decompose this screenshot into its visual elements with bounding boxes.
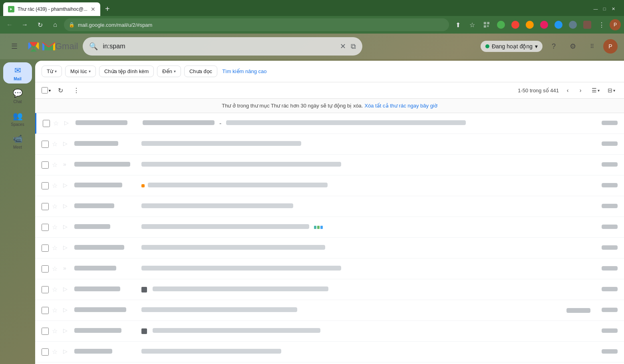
- ext6-icon[interactable]: [566, 18, 579, 31]
- important-icon[interactable]: »: [63, 265, 71, 273]
- important-icon[interactable]: ▷: [63, 286, 71, 294]
- email-row[interactable]: ☆ ▷: [35, 196, 624, 217]
- apps-btn[interactable]: ⠿: [584, 38, 600, 54]
- row-checkbox[interactable]: [42, 141, 49, 148]
- star-icon[interactable]: ☆: [52, 265, 60, 273]
- filter-tu[interactable]: Từ ▾: [42, 66, 62, 77]
- reload-btn[interactable]: ↻: [34, 18, 46, 31]
- sidebar-item-spaces[interactable]: 👥 Spaces: [3, 108, 32, 129]
- browser-tab-active[interactable]: Thư rác (439) - phamthaihoc@... ✕: [3, 2, 100, 16]
- star-icon[interactable]: ☆: [52, 203, 60, 211]
- delete-spam-link[interactable]: Xóa tất cả thư rác ngay bây giờ: [364, 103, 437, 109]
- email-row[interactable]: ☆ ▷: [35, 238, 624, 259]
- row-checkbox[interactable]: [42, 286, 49, 293]
- new-tab-btn[interactable]: +: [102, 3, 113, 14]
- forward-btn[interactable]: →: [18, 18, 31, 31]
- star-icon[interactable]: ☆: [52, 244, 60, 252]
- sidebar-item-chat[interactable]: 💬 Chat: [3, 85, 32, 106]
- important-icon[interactable]: ▷: [63, 182, 71, 190]
- advanced-search-link[interactable]: Tìm kiếm nâng cao: [222, 68, 266, 74]
- star-icon[interactable]: ☆: [52, 348, 60, 356]
- minimize-btn[interactable]: —: [593, 6, 598, 12]
- ext2-icon[interactable]: [509, 18, 522, 31]
- star-icon[interactable]: ☆: [52, 140, 60, 148]
- row-checkbox[interactable]: [42, 203, 49, 210]
- sidebar-item-mail[interactable]: ✉ Mail: [3, 62, 32, 84]
- row-checkbox[interactable]: [42, 224, 49, 231]
- important-icon[interactable]: ▷: [63, 244, 71, 252]
- sidebar-item-meet[interactable]: 📹 Meet: [3, 131, 32, 152]
- row-checkbox[interactable]: [42, 307, 49, 314]
- important-icon[interactable]: »: [63, 161, 71, 169]
- bookmark-icon[interactable]: ☆: [466, 18, 479, 31]
- important-icon[interactable]: ▷: [63, 306, 71, 314]
- email-row[interactable]: ☆ ▷: [35, 175, 624, 196]
- star-icon[interactable]: ☆: [52, 182, 60, 190]
- list-view-btn[interactable]: ☰ ▾: [589, 86, 602, 95]
- row-checkbox[interactable]: [42, 265, 49, 273]
- important-icon[interactable]: ▷: [64, 119, 72, 127]
- email-row[interactable]: ☆ ▷: [35, 321, 624, 342]
- filter-chua-tep[interactable]: Chứa tệp đính kèm: [99, 66, 154, 77]
- star-icon[interactable]: ☆: [52, 327, 60, 335]
- row-checkbox[interactable]: [42, 182, 49, 189]
- ext5-icon[interactable]: [552, 18, 565, 31]
- star-icon[interactable]: ☆: [52, 223, 60, 231]
- email-row[interactable]: ☆ ▷: [35, 279, 624, 300]
- profile-avatar[interactable]: P: [603, 39, 618, 54]
- next-page-btn[interactable]: ›: [575, 85, 586, 96]
- star-icon[interactable]: ☆: [53, 119, 61, 127]
- filter-moi-luc[interactable]: Mọi lúc ▾: [65, 66, 96, 77]
- row-checkbox[interactable]: [42, 348, 49, 356]
- email-row[interactable]: ☆ »: [35, 155, 624, 175]
- select-dropdown-arrow[interactable]: ▾: [49, 88, 51, 93]
- filter-chua-doc[interactable]: Chưa đọc: [184, 66, 217, 77]
- maximize-btn[interactable]: □: [602, 6, 607, 12]
- more-options-btn[interactable]: ⋮: [70, 84, 83, 97]
- filter-den[interactable]: Đến ▾: [157, 66, 181, 77]
- tab-close-btn[interactable]: ✕: [91, 6, 95, 12]
- row-checkbox[interactable]: [42, 328, 49, 335]
- row-checkbox[interactable]: [42, 245, 49, 252]
- settings-btn[interactable]: ⚙: [565, 38, 581, 54]
- home-btn[interactable]: ⌂: [49, 18, 62, 31]
- star-icon[interactable]: ☆: [52, 161, 60, 169]
- email-row[interactable]: ☆ ▷: [35, 217, 624, 238]
- share-icon[interactable]: ⬆: [451, 18, 464, 31]
- qr-icon[interactable]: [480, 18, 493, 31]
- close-btn[interactable]: ✕: [610, 6, 616, 12]
- status-badge[interactable]: Đang hoạt động ▾: [481, 41, 543, 52]
- search-bar[interactable]: 🔍 in:spam ✕ ⧉: [83, 37, 362, 56]
- browser-profile-avatar[interactable]: P: [610, 19, 621, 30]
- important-icon[interactable]: ▷: [63, 348, 71, 356]
- back-btn[interactable]: ←: [3, 18, 16, 31]
- ext4-icon[interactable]: [538, 18, 550, 31]
- checkbox-input[interactable]: [42, 87, 48, 93]
- row-checkbox[interactable]: [43, 120, 50, 127]
- refresh-btn[interactable]: ↻: [54, 84, 67, 97]
- ext1-icon[interactable]: [495, 18, 507, 31]
- important-icon[interactable]: ▷: [63, 140, 71, 148]
- ext7-icon[interactable]: [581, 18, 594, 31]
- email-row[interactable]: ☆ »: [35, 259, 624, 279]
- email-row[interactable]: ☆ ▷: [35, 300, 624, 321]
- email-row[interactable]: ☆ ▷: [35, 134, 624, 155]
- important-icon[interactable]: ▷: [63, 327, 71, 335]
- hamburger-menu-btn[interactable]: ☰: [6, 38, 22, 54]
- email-row[interactable]: ☆ ▷: [35, 362, 624, 364]
- important-icon[interactable]: ▷: [63, 203, 71, 211]
- important-icon[interactable]: ▷: [63, 223, 71, 231]
- row-checkbox[interactable]: [42, 161, 49, 169]
- email-row[interactable]: ☆ ▷ -: [35, 113, 624, 134]
- help-btn[interactable]: ?: [546, 38, 562, 54]
- search-clear-btn[interactable]: ✕: [340, 42, 346, 51]
- density-btn[interactable]: ⊟ ▾: [605, 86, 618, 95]
- address-bar[interactable]: 🔒 mail.google.com/mail/u/2/#spam: [64, 18, 449, 31]
- star-icon[interactable]: ☆: [52, 306, 60, 314]
- menu-icon[interactable]: ⋮: [595, 18, 608, 31]
- prev-page-btn[interactable]: ‹: [562, 85, 573, 96]
- ext3-icon[interactable]: [523, 18, 536, 31]
- search-filter-btn[interactable]: ⧉: [351, 42, 356, 51]
- email-row[interactable]: ☆ ▷: [35, 342, 624, 362]
- star-icon[interactable]: ☆: [52, 286, 60, 294]
